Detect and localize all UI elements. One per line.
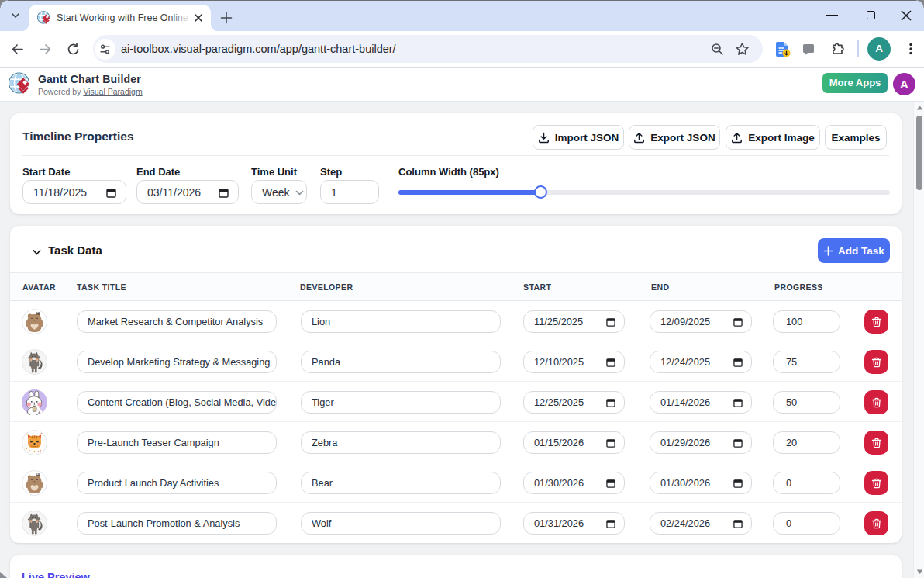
svg-text:HI: HI	[36, 311, 40, 315]
svg-text:HI: HI	[36, 472, 40, 476]
